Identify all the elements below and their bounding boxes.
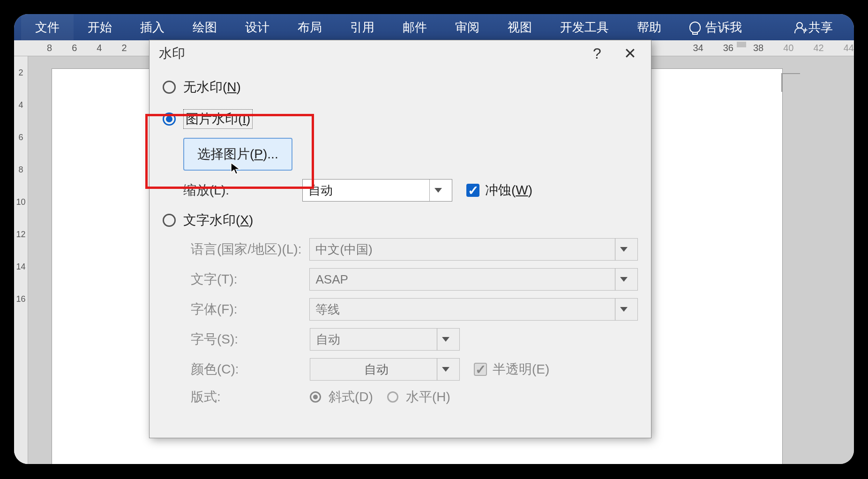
ruler-tick: 6 — [72, 43, 77, 53]
page-corner-mark-icon — [781, 73, 800, 92]
size-label: 字号(S): — [191, 330, 310, 348]
chevron-down-icon — [429, 180, 446, 201]
ruler-tick: 8 — [47, 43, 52, 53]
dialog-titlebar[interactable]: 水印 ? ✕ — [150, 40, 651, 67]
tab-draw[interactable]: 绘图 — [179, 14, 231, 40]
tab-file[interactable]: 文件 — [21, 14, 74, 40]
radio-label: 斜式(D) — [329, 388, 373, 406]
combo-value: 中文(中国) — [315, 241, 372, 258]
ruler-tick: 16 — [16, 294, 25, 304]
lightbulb-icon — [689, 22, 701, 33]
checkbox-label: 冲蚀(W) — [485, 181, 532, 199]
chevron-down-icon — [437, 329, 454, 350]
chevron-down-icon — [615, 299, 632, 320]
margin-indicator-icon[interactable] — [737, 42, 746, 47]
watermark-dialog: 水印 ? ✕ 无水印(N) 图片水印(I) 选择图片(P)... 缩放(L): — [149, 40, 651, 438]
chevron-down-icon — [437, 359, 454, 380]
radio-icon — [310, 391, 321, 403]
checkbox-icon: ✓ — [466, 184, 479, 197]
color-combobox: 自动 — [310, 358, 460, 381]
ruler-tick: 44 — [844, 43, 854, 53]
dialog-body: 无水印(N) 图片水印(I) 选择图片(P)... 缩放(L): 自动 ✓ — [150, 67, 651, 418]
tab-view[interactable]: 视图 — [494, 14, 546, 40]
dialog-title: 水印 — [159, 45, 185, 62]
tab-insert[interactable]: 插入 — [126, 14, 179, 40]
ruler-tick: 6 — [18, 133, 23, 142]
combo-value: 自动 — [308, 182, 333, 199]
font-label: 字体(F): — [191, 300, 309, 318]
radio-text-watermark[interactable]: 文字水印(X) — [163, 209, 638, 232]
tab-layout[interactable]: 布局 — [284, 14, 336, 40]
share-button[interactable]: + 共享 — [794, 19, 847, 36]
checkbox-icon: ✓ — [474, 363, 487, 376]
checkbox-label: 半透明(E) — [493, 360, 549, 378]
radio-label: 水平(H) — [406, 388, 450, 406]
tab-design[interactable]: 设计 — [231, 14, 284, 40]
radio-no-watermark[interactable]: 无水印(N) — [163, 76, 638, 98]
ribbon-tab-bar: 文件 开始 插入 绘图 设计 布局 引用 邮件 审阅 视图 开发工具 帮助 告诉… — [14, 14, 854, 40]
radio-label: 图片水印(I) — [183, 109, 253, 129]
ruler-tick: 40 — [783, 43, 793, 53]
radio-icon — [387, 391, 398, 403]
tab-mailings[interactable]: 邮件 — [389, 14, 441, 40]
semitransparent-checkbox: ✓ 半透明(E) — [474, 360, 549, 378]
ruler-tick: 14 — [16, 262, 25, 272]
person-plus-icon: + — [794, 22, 805, 32]
color-label: 颜色(C): — [191, 360, 310, 378]
tab-developer[interactable]: 开发工具 — [546, 14, 623, 40]
dialog-close-button[interactable]: ✕ — [618, 42, 642, 65]
scale-combobox[interactable]: 自动 — [302, 179, 452, 202]
dialog-help-button[interactable]: ? — [585, 42, 609, 65]
radio-label: 无水印(N) — [183, 78, 241, 96]
language-label: 语言(国家/地区)(L): — [191, 240, 309, 258]
share-label: 共享 — [808, 19, 833, 36]
tab-references[interactable]: 引用 — [336, 14, 389, 40]
combo-value: ASAP — [315, 272, 348, 287]
ruler-tick: 42 — [814, 43, 824, 53]
washout-checkbox[interactable]: ✓ 冲蚀(W) — [466, 181, 532, 199]
ruler-tick: 36 — [723, 43, 733, 53]
tell-me-label: 告诉我 — [705, 19, 742, 36]
combo-value: 自动 — [316, 331, 340, 348]
radio-label: 文字水印(X) — [183, 211, 253, 229]
tell-me-search[interactable]: 告诉我 — [689, 19, 742, 36]
text-label: 文字(T): — [191, 270, 309, 288]
language-combobox: 中文(中国) — [309, 238, 638, 261]
tab-help[interactable]: 帮助 — [623, 14, 675, 40]
radio-icon — [163, 112, 176, 126]
ruler-tick: 34 — [693, 43, 703, 53]
ruler-tick: 8 — [18, 165, 23, 175]
ruler-tick: 2 — [121, 43, 127, 53]
size-combobox: 自动 — [310, 328, 460, 351]
vertical-ruler: 2 4 6 8 10 12 14 16 — [14, 56, 28, 464]
combo-value: 等线 — [315, 301, 340, 318]
tab-review[interactable]: 审阅 — [441, 14, 494, 40]
layout-label: 版式: — [191, 388, 310, 406]
radio-picture-watermark[interactable]: 图片水印(I) — [163, 108, 638, 130]
ruler-tick: 38 — [753, 43, 763, 53]
ruler-tick: 12 — [16, 230, 25, 240]
tab-home[interactable]: 开始 — [74, 14, 126, 40]
ruler-tick: 4 — [18, 100, 23, 110]
combo-value: 自动 — [316, 361, 437, 378]
text-combobox: ASAP — [309, 268, 638, 291]
chevron-down-icon — [615, 269, 632, 290]
radio-icon — [163, 214, 176, 227]
chevron-down-icon — [615, 239, 632, 260]
ruler-tick: 2 — [18, 68, 23, 78]
radio-diagonal: 斜式(D) — [310, 388, 373, 406]
font-combobox: 等线 — [309, 298, 638, 321]
radio-horizontal: 水平(H) — [387, 388, 450, 406]
scale-label: 缩放(L): — [183, 181, 302, 199]
ruler-tick: 10 — [16, 197, 25, 207]
radio-icon — [163, 81, 176, 94]
ruler-tick: 4 — [97, 43, 102, 53]
